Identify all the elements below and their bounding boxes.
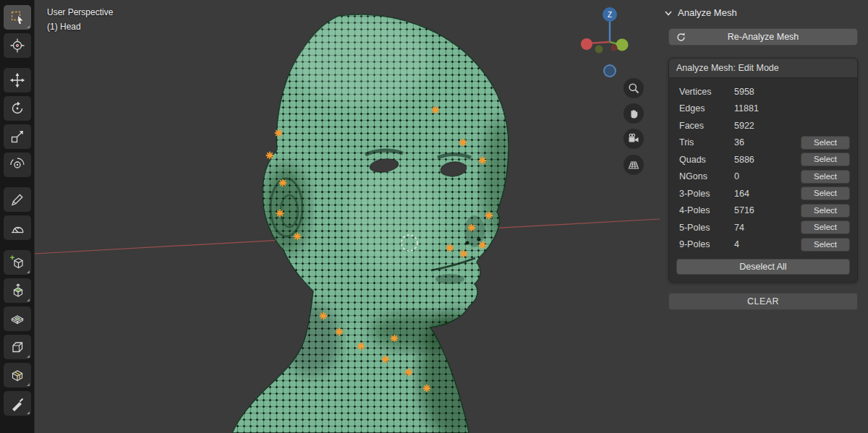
stat-label: 4-Poles [675,205,734,215]
orthographic-grid-button[interactable] [624,155,644,175]
gizmo-neg-x-axis[interactable] [611,45,618,51]
transform-tool[interactable] [4,153,31,177]
subpanel-title: Analyze Mesh: Edit Mode [669,59,857,78]
panel-title: Analyze Mesh [678,7,737,18]
bevel-tool[interactable] [4,335,31,359]
move-tool[interactable] [4,68,31,93]
stat-value: 11881 [734,103,801,113]
stat-row-ngons: NGons 0 Select [675,168,851,186]
grid-icon [628,159,639,171]
stat-row-5-poles: 5-Poles 74 Select [675,219,851,236]
stat-label: NGons [675,171,734,181]
protractor-icon [9,220,25,236]
reanalyze-mesh-button[interactable]: Re-Analyze Mesh [668,28,858,46]
gizmo-x-axis[interactable] [581,38,592,50]
stat-row-faces: Faces 5922 [675,117,851,134]
select-quads-button[interactable]: Select [801,153,850,166]
select-box-icon [9,9,25,25]
extrude-region-tool[interactable] [4,278,31,303]
edit-mode-subpanel: Analyze Mesh: Edit Mode Vertices 5958 Ed… [668,58,858,283]
inset-icon [9,311,25,327]
scale-icon [9,129,25,145]
select-box-tool[interactable] [4,5,31,30]
stat-label: Quads [675,155,734,165]
loop-cut-tool[interactable] [4,363,31,387]
stat-row-3-poles: 3-Poles 164 Select [675,185,851,202]
stat-label: 3-Poles [675,189,734,199]
stat-row-4-poles: 4-Poles 5716 Select [675,202,851,220]
stat-value: 5922 [734,121,801,131]
stat-row-9-poles: 9-Poles 4 Select [675,236,851,254]
zoom-button[interactable] [624,78,644,98]
reanalyze-label: Re-Analyze Mesh [728,32,799,42]
stat-label: Faces [675,121,734,131]
panel-header-analyze-mesh[interactable]: Analyze Mesh [664,7,858,18]
pencil-icon [9,192,25,207]
add-cube-icon [9,254,25,270]
stat-value: 5958 [734,87,801,97]
rotate-icon [9,100,25,116]
select-5-poles-button[interactable]: Select [801,220,850,234]
cursor-tool[interactable] [4,33,31,58]
select-3-poles-button[interactable]: Select [801,187,850,200]
tool-bar [0,0,35,433]
blender-window: { "viewport": { "perspective_label": "Us… [0,0,868,433]
hand-icon [628,108,639,119]
select-tris-button[interactable]: Select [801,136,850,150]
deselect-all-button[interactable]: Deselect All [676,259,850,275]
stat-label: Tris [675,137,734,147]
stat-label: Vertices [675,87,734,97]
analyze-mesh-panel: Analyze Mesh Re-Analyze Mesh Analyze Mes… [661,6,858,310]
stats-list: Vertices 5958 Edges 11881 Faces 5922 Tri… [669,78,857,282]
stat-value: 5716 [734,205,801,215]
navigation-gizmo[interactable]: Z [577,4,644,80]
gizmo-neg-y-axis[interactable] [595,46,603,53]
loop-cut-icon [9,367,25,383]
stat-row-edges: Edges 11881 [675,100,851,118]
clear-button[interactable]: CLEAR [668,293,858,310]
stat-row-quads: Quads 5886 Select [675,151,851,168]
gizmo-y-axis[interactable] [616,39,629,51]
stat-value: 164 [734,189,801,199]
knife-icon [9,395,25,411]
stat-value: 5886 [734,155,801,165]
transform-icon [9,157,25,173]
head-mesh-object[interactable] [232,14,519,433]
stat-value: 74 [734,223,801,233]
chevron-down-icon [664,9,673,17]
rotate-tool[interactable] [4,96,31,121]
select-9-poles-button[interactable]: Select [801,238,850,252]
scale-tool[interactable] [4,124,31,149]
annotate-tool[interactable] [4,187,31,212]
add-cube-tool[interactable] [4,250,31,275]
refresh-icon [676,32,686,43]
stat-row-tris: Tris 36 Select [675,134,851,152]
knife-tool[interactable] [4,391,31,416]
measure-tool[interactable] [4,215,31,240]
stat-value: 36 [734,137,801,147]
stat-label: 5-Poles [675,223,734,233]
stat-label: Edges [675,103,734,113]
stat-row-vertices: Vertices 5958 [675,83,851,100]
move-arrows-icon [9,72,25,88]
magnifier-icon [628,82,639,94]
gizmo-z-label: Z [608,11,612,19]
inset-faces-tool[interactable] [4,306,31,331]
view-perspective-label: User Perspective [47,7,113,17]
stat-label: 9-Poles [675,239,734,249]
camera-icon [628,133,639,145]
stat-value: 0 [734,171,801,181]
select-4-poles-button[interactable]: Select [801,204,850,218]
select-ngons-button[interactable]: Select [801,170,850,184]
active-object-label: (1) Head [47,22,81,32]
extrude-icon [9,283,25,299]
gizmo-neg-z-axis[interactable] [604,65,616,77]
camera-view-button[interactable] [624,129,644,149]
stat-value: 4 [734,239,801,249]
pan-button[interactable] [624,103,644,124]
cursor-crosshair-icon [9,38,25,53]
bevel-icon [9,339,25,355]
